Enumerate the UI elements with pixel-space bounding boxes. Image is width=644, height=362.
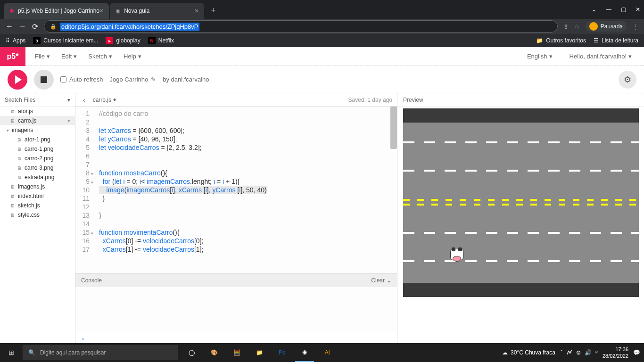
code-editor[interactable]: 12345678▾9▾101112131415▾1617 //código do… bbox=[75, 107, 397, 273]
user-menu[interactable]: Hello, dani.fcarvalho!▾ bbox=[565, 50, 636, 63]
chevron-down-icon[interactable]: ▾ bbox=[67, 97, 70, 103]
file-style-css[interactable]: 🗎style.css bbox=[0, 210, 75, 220]
menu-edit[interactable]: Edit▾ bbox=[57, 50, 82, 63]
taskbar-app-chrome[interactable]: ◉ bbox=[295, 343, 314, 362]
reading-list[interactable]: ☰ Lista de leitura bbox=[594, 37, 638, 44]
url-input[interactable]: 🔒 editor.p5js.org/dani.fcarvalho/sketche… bbox=[44, 20, 558, 33]
minimize-icon[interactable]: — bbox=[606, 6, 611, 13]
settings-button[interactable]: ⚙ bbox=[619, 71, 636, 89]
taskbar-app-icon[interactable]: Ai bbox=[318, 343, 337, 362]
auto-refresh-checkbox[interactable] bbox=[60, 76, 66, 82]
bookmark-item[interactable]: ▸ globoplay bbox=[106, 37, 140, 44]
file-carro-js[interactable]: 🗎carro.js▾ bbox=[0, 116, 75, 125]
weather-icon: ☁ bbox=[502, 349, 508, 356]
road-edge bbox=[403, 283, 639, 297]
p5-logo[interactable]: p5* bbox=[0, 47, 25, 66]
sketch-files-sidebar: Sketch Files ▾ 🗎ator.js🗎carro.js▾▾imagen… bbox=[0, 93, 75, 344]
player-cow-sprite bbox=[450, 249, 465, 263]
taskbar-app-icon[interactable]: 🎨 bbox=[205, 343, 223, 362]
stop-button[interactable] bbox=[34, 70, 54, 90]
file-icon: 🗎 bbox=[17, 156, 22, 161]
file-ator-1-png[interactable]: 🗎ator-1.png bbox=[0, 135, 75, 144]
maximize-icon[interactable]: ▢ bbox=[621, 6, 626, 13]
system-tray[interactable]: ˄ 🗲 ⊚ 🔊 ᵖ bbox=[560, 349, 598, 356]
close-icon[interactable]: × bbox=[99, 7, 103, 15]
browser-tab-strip: ✱ p5.js Web Editor | Jogo Carrinho × ◉ N… bbox=[0, 0, 644, 19]
other-bookmarks[interactable]: 📁 Outros favoritos bbox=[536, 37, 586, 44]
chevron-down-icon: ▾ bbox=[74, 53, 77, 60]
forward-button[interactable]: → bbox=[19, 22, 26, 31]
unsaved-dot-icon: • bbox=[113, 98, 116, 102]
bookmark-favicon-icon: N bbox=[148, 37, 156, 44]
profile-button[interactable]: Pausada bbox=[586, 21, 627, 32]
editor-area: ‹ carro.js • Saved: 1 day ago 12345678▾9… bbox=[75, 93, 397, 344]
taskbar-search[interactable]: 🔍 Digite aqui para pesquisar bbox=[23, 345, 178, 360]
taskbar-app-icon[interactable]: Ps bbox=[272, 343, 291, 362]
current-file-tab[interactable]: carro.js • bbox=[93, 97, 116, 103]
close-icon[interactable]: × bbox=[195, 7, 198, 15]
sketch-name[interactable]: Jogo Carrinho ✎ bbox=[110, 76, 157, 83]
menu-help[interactable]: Help▾ bbox=[119, 50, 146, 63]
tab-title: p5.js Web Editor | Jogo Carrinho bbox=[18, 8, 99, 14]
taskbar-app-icon[interactable]: 📁 bbox=[250, 343, 269, 362]
sketch-canvas[interactable] bbox=[403, 108, 639, 297]
console-input[interactable]: › bbox=[75, 333, 397, 344]
battery-icon[interactable]: 🗲 bbox=[567, 349, 572, 356]
chevron-down-icon[interactable]: ⌄ bbox=[592, 6, 596, 13]
volume-icon[interactable]: 🔊 bbox=[585, 349, 592, 356]
apps-button[interactable]: ⠿ Apps bbox=[6, 37, 25, 44]
bookmark-item[interactable]: a Cursos Iniciante em... bbox=[33, 37, 98, 44]
scrollbar-thumb[interactable] bbox=[390, 107, 397, 149]
close-icon[interactable]: ✕ bbox=[636, 6, 640, 13]
console-output bbox=[75, 287, 397, 333]
browser-tab-active[interactable]: ✱ p5.js Web Editor | Jogo Carrinho × bbox=[4, 3, 109, 19]
bookmark-item[interactable]: N Netflix bbox=[148, 37, 174, 44]
chevron-down-icon: ⌄ bbox=[387, 277, 391, 284]
file-index-html[interactable]: 🗎index.html bbox=[0, 191, 75, 201]
back-button[interactable]: ← bbox=[6, 22, 13, 31]
language-indicator[interactable]: ᵖ bbox=[595, 349, 598, 356]
new-tab-button[interactable]: + bbox=[205, 6, 222, 16]
menu-sketch[interactable]: Sketch▾ bbox=[83, 50, 117, 63]
weather-widget[interactable]: ☁ 30°C Chuva fraca bbox=[502, 349, 555, 356]
wifi-icon[interactable]: ⊚ bbox=[576, 349, 581, 356]
taskbar-app-icon[interactable]: 🧮 bbox=[227, 343, 246, 362]
collapse-sidebar-button[interactable]: ‹ bbox=[80, 96, 88, 104]
notifications-icon[interactable]: 💬 bbox=[633, 349, 640, 356]
preview-body bbox=[397, 107, 644, 344]
task-view-button[interactable]: ◯ bbox=[182, 343, 201, 362]
file-sketch-js[interactable]: 🗎sketch.js bbox=[0, 201, 75, 210]
taskbar-clock[interactable]: 17:36 28/02/2022 bbox=[603, 346, 628, 359]
browser-tab[interactable]: ◉ Nova guia × bbox=[110, 3, 204, 19]
file-estrada-png[interactable]: 🗎estrada.png bbox=[0, 173, 75, 182]
menu-icon[interactable]: ⋮ bbox=[632, 23, 638, 30]
folder-icon: 📁 bbox=[536, 37, 543, 44]
url-text: editor.p5js.org/dani.fcarvalho/sketches/… bbox=[60, 23, 199, 31]
play-button[interactable] bbox=[8, 70, 27, 90]
chevron-down-icon[interactable]: ▾ bbox=[67, 117, 70, 124]
file-carro-3-png[interactable]: 🗎carro-3.png bbox=[0, 163, 75, 173]
file-carro-1-png[interactable]: 🗎carro-1.png bbox=[0, 144, 75, 154]
file-ator-js[interactable]: 🗎ator.js bbox=[0, 107, 75, 116]
star-icon[interactable]: ☆ bbox=[574, 23, 580, 30]
file-carro-2-png[interactable]: 🗎carro-2.png bbox=[0, 154, 75, 163]
share-icon[interactable]: ⇪ bbox=[563, 23, 569, 30]
start-button[interactable]: ⊞ bbox=[0, 349, 23, 356]
lane-marking bbox=[403, 260, 639, 262]
language-menu[interactable]: English▾ bbox=[522, 50, 557, 63]
clear-console-button[interactable]: Clear ⌄ bbox=[371, 277, 391, 284]
file-icon: 🗎 bbox=[17, 175, 22, 180]
file-tab-bar: ‹ carro.js • Saved: 1 day ago bbox=[75, 93, 397, 107]
file-imagens-js[interactable]: 🗎imagens.js bbox=[0, 182, 75, 191]
lane-marking bbox=[403, 141, 639, 143]
pencil-icon[interactable]: ✎ bbox=[151, 76, 156, 83]
chevron-up-icon[interactable]: ˄ bbox=[560, 349, 563, 356]
menu-file[interactable]: File▾ bbox=[30, 50, 55, 63]
preview-pane: Preview bbox=[397, 93, 644, 344]
file-imagens[interactable]: ▾imagens bbox=[0, 125, 75, 135]
chevron-down-icon: ▾ bbox=[47, 53, 50, 60]
profile-label: Pausada bbox=[601, 23, 623, 30]
preview-label: Preview bbox=[397, 93, 644, 107]
auto-refresh-toggle[interactable]: Auto-refresh bbox=[60, 76, 103, 83]
reload-button[interactable]: ⟳ bbox=[32, 22, 38, 31]
